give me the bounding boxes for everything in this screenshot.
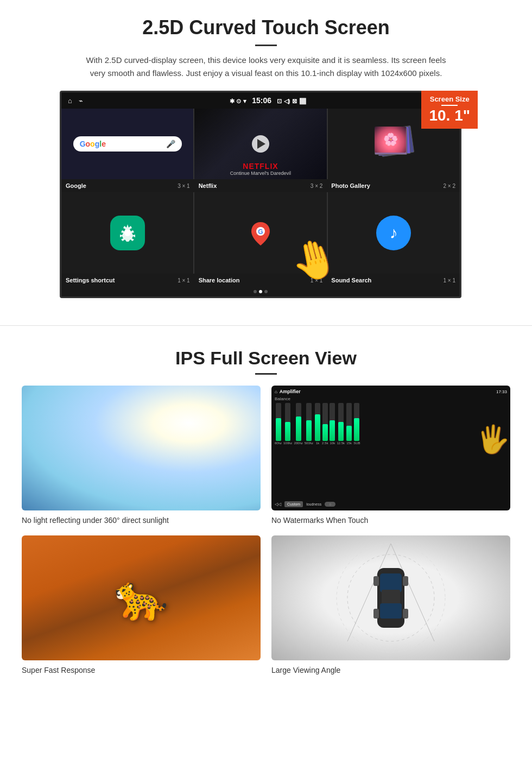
feature-car: Large Viewing Angle: [271, 535, 510, 674]
wifi-icon: ▾: [243, 98, 246, 104]
section1-description: With 2.5D curved-display screen, this de…: [81, 54, 451, 80]
netflix-play-button[interactable]: [252, 135, 269, 153]
amp-bar-12.5k: 12.5k: [337, 403, 345, 445]
amplifier-visual: ⌂ Amplifier 17:33 Balance 60hz: [271, 386, 510, 510]
amp-bar-15k: 15k: [346, 403, 352, 445]
watermarks-label: No Watermarks When Touch: [271, 516, 510, 525]
music-icon-circle: ♪: [376, 216, 411, 250]
gallery-label: Photo Gallery 2 × 2: [327, 181, 460, 190]
netflix-logo: NETFLIX: [199, 162, 322, 171]
share-location-cell[interactable]: G 🤚: [194, 192, 326, 274]
cheetah-icon: 🐆: [114, 572, 168, 623]
google-app-cell[interactable]: Google 🎤: [61, 109, 193, 179]
camera-icon: ⊡: [277, 98, 282, 104]
car-viewing-angle-svg: [331, 538, 451, 658]
status-bar-left: ⌂ ⌁: [68, 97, 83, 105]
amp-balance-label: Balance: [275, 396, 290, 401]
svg-rect-13: [373, 609, 379, 619]
close-icon[interactable]: ⊠: [292, 98, 297, 104]
amp-custom-button[interactable]: Custom: [284, 501, 303, 507]
google-label: Google 3 × 1: [61, 181, 194, 190]
dot-2[interactable]: [259, 290, 262, 293]
amp-title: Amplifier: [280, 389, 301, 394]
flower-icon: 🌸: [383, 133, 398, 147]
amp-bar-200hz: 200hz: [294, 403, 302, 445]
window-icon[interactable]: ⬜: [299, 98, 307, 104]
sunlight-visual: [22, 386, 261, 510]
maps-g-icon: G: [247, 219, 274, 247]
mic-icon[interactable]: 🎤: [166, 140, 175, 148]
cheetah-visual: 🐆: [22, 535, 261, 660]
google-logo: Google: [80, 140, 106, 148]
settings-app-cell[interactable]: [61, 192, 193, 274]
google-search-bar[interactable]: Google 🎤: [73, 136, 182, 152]
amp-back-icon: ◁◁: [275, 502, 281, 507]
amp-hand-icon: 🖐: [476, 424, 510, 455]
section2-title: IPS Full Screen View: [22, 348, 510, 369]
music-note-icon: ♪: [390, 224, 398, 242]
amp-time: 17:33: [496, 389, 507, 394]
svg-rect-14: [403, 609, 408, 619]
loudness-toggle[interactable]: ○: [325, 502, 335, 507]
status-bar-center: ✱ ⊙ ▾ 15:06 ⊡ ◁) ⊠ ⬜: [83, 96, 453, 105]
badge-divider: [441, 105, 458, 106]
sound-search-cell[interactable]: ♪: [328, 192, 460, 274]
feature-cheetah: 🐆 Super Fast Response: [22, 535, 261, 674]
cheetah-label: Super Fast Response: [22, 666, 261, 674]
amp-bar-sub: SUB: [353, 403, 360, 445]
amp-bars: 60hz 100hz 200hz: [275, 403, 507, 447]
location-icon: ⊙: [236, 98, 241, 104]
dot-3[interactable]: [264, 290, 268, 293]
sunlight-label: No light reflecting under 360° direct su…: [22, 516, 261, 525]
amp-bar-2.5k: 2.5k: [322, 403, 328, 445]
pagination-dots: [61, 287, 460, 297]
badge-size-text: 10. 1": [429, 108, 470, 124]
section1-title: 2.5D Curved Touch Screen: [33, 16, 499, 39]
dot-1[interactable]: [254, 290, 257, 293]
device-screen: ⌂ ⌁ ✱ ⊙ ▾ 15:06 ⊡ ◁) ⊠ ⬜: [60, 91, 461, 298]
home-icon[interactable]: ⌂: [68, 97, 72, 105]
bluetooth-icon: ✱: [230, 98, 235, 104]
sunlight-image: [22, 386, 261, 510]
amp-home-icon: ⌂: [275, 389, 277, 394]
cheetah-image: 🐆: [22, 535, 261, 660]
amp-loudness-label: loudness: [306, 502, 321, 506]
amp-header: ⌂ Amplifier 17:33: [275, 389, 507, 394]
app-grid-row2: G 🤚 ♪: [61, 192, 460, 274]
amp-bar-60hz: 60hz: [275, 403, 282, 445]
netflix-subtitle: Continue Marvel's Daredevil: [199, 171, 322, 176]
car-image: [271, 535, 510, 660]
gallery-stack: 🌸: [375, 125, 413, 163]
sound-label: Sound Search 1 × 1: [327, 276, 460, 285]
amplifier-image: ⌂ Amplifier 17:33 Balance 60hz: [271, 386, 510, 510]
settings-icon-circle: [110, 216, 145, 250]
netflix-info: NETFLIX Continue Marvel's Daredevil: [194, 159, 326, 179]
amp-bar-10k: 10k: [330, 403, 335, 445]
device-wrapper: Screen Size 10. 1" ⌂ ⌁ ✱ ⊙ ▾ 15:06 ⊡ ◁): [60, 91, 472, 298]
svg-text:G: G: [258, 228, 263, 236]
flower-image: 🌸: [375, 127, 406, 153]
car-visual: [271, 535, 510, 660]
feature-watermarks: ⌂ Amplifier 17:33 Balance 60hz: [271, 386, 510, 525]
screen-size-badge: Screen Size 10. 1": [421, 91, 478, 129]
svg-rect-8: [380, 573, 402, 592]
svg-rect-11: [373, 576, 379, 586]
status-time: 15:06: [252, 96, 271, 105]
section-curved-screen: 2.5D Curved Touch Screen With 2.5D curve…: [0, 0, 532, 309]
netflix-label: Netflix 3 × 2: [194, 181, 327, 190]
amp-bar-1k: 1k: [315, 403, 320, 445]
svg-rect-10: [380, 603, 402, 619]
app-labels-row2: Settings shortcut 1 × 1 Share location 1…: [61, 274, 460, 287]
play-triangle-icon: [257, 139, 265, 149]
netflix-app-cell[interactable]: NETFLIX Continue Marvel's Daredevil: [194, 109, 326, 179]
status-bar: ⌂ ⌁ ✱ ⊙ ▾ 15:06 ⊡ ◁) ⊠ ⬜: [61, 92, 460, 109]
amp-bar-100hz: 100hz: [283, 403, 292, 445]
title-divider: [255, 45, 277, 46]
settings-label: Settings shortcut 1 × 1: [61, 276, 194, 285]
svg-rect-12: [403, 576, 408, 586]
feature-sunlight: No light reflecting under 360° direct su…: [22, 386, 261, 525]
section-divider-line: [0, 325, 532, 326]
usb-icon: ⌁: [79, 97, 83, 105]
features-grid: No light reflecting under 360° direct su…: [22, 386, 510, 674]
car-label: Large Viewing Angle: [271, 666, 510, 674]
